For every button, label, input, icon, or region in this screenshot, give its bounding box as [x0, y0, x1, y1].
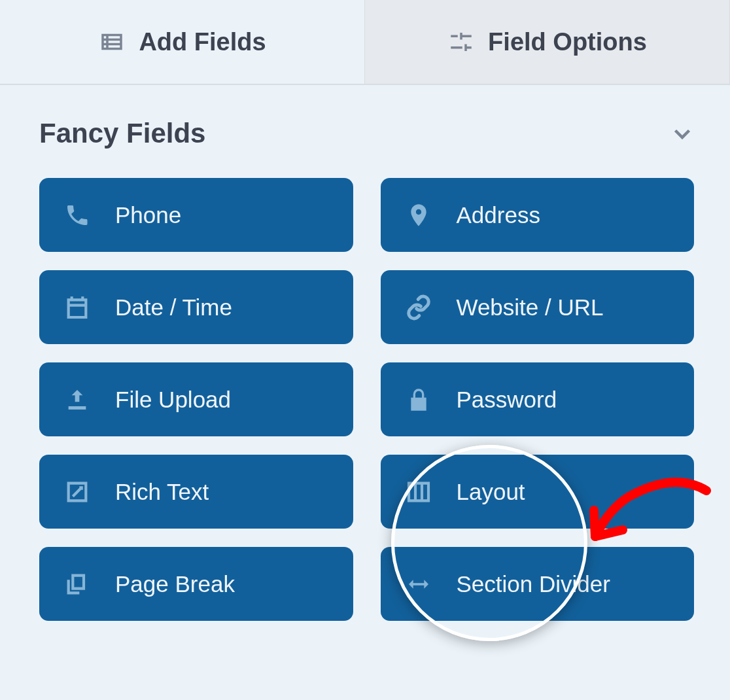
tab-add-fields-label: Add Fields — [139, 28, 266, 56]
phone-icon — [64, 202, 90, 228]
columns-icon — [406, 479, 432, 505]
field-button-date-time[interactable]: Date / Time — [39, 270, 353, 344]
tab-field-options[interactable]: Field Options — [365, 0, 730, 84]
pin-icon — [406, 202, 432, 228]
field-button-layout[interactable]: Layout — [381, 455, 695, 529]
field-label: Page Break — [115, 571, 235, 597]
field-button-address[interactable]: Address — [381, 178, 695, 252]
field-button-phone[interactable]: Phone — [39, 178, 353, 252]
field-label: Layout — [457, 479, 525, 505]
tab-field-options-label: Field Options — [488, 28, 647, 56]
field-button-file-upload[interactable]: File Upload — [39, 362, 353, 436]
list-icon — [98, 28, 126, 56]
tabs: Add Fields Field Options — [0, 0, 730, 85]
sliders-icon — [447, 28, 475, 56]
copy-icon — [64, 571, 90, 597]
field-button-rich-text[interactable]: Rich Text — [39, 455, 353, 529]
lock-icon — [406, 387, 432, 413]
chevron-down-icon — [670, 122, 694, 145]
section-fancy-fields: Fancy Fields Phone Address Date / Time W… — [0, 85, 730, 621]
field-label: Date / Time — [115, 294, 232, 321]
field-label: File Upload — [115, 387, 231, 413]
field-label: Section Divider — [457, 571, 610, 597]
field-button-page-break[interactable]: Page Break — [39, 547, 353, 621]
edit-icon — [64, 479, 90, 505]
section-title: Fancy Fields — [39, 118, 205, 149]
fields-grid: Phone Address Date / Time Website / URL … — [39, 178, 694, 621]
field-button-website-url[interactable]: Website / URL — [381, 270, 695, 344]
field-label: Rich Text — [115, 479, 209, 505]
field-label: Password — [457, 387, 557, 413]
field-label: Phone — [115, 202, 181, 228]
calendar-icon — [64, 294, 90, 321]
arrows-h-icon — [406, 571, 432, 597]
section-header[interactable]: Fancy Fields — [39, 118, 694, 149]
field-button-section-divider[interactable]: Section Divider — [381, 547, 695, 621]
upload-icon — [64, 387, 90, 413]
field-label: Address — [457, 202, 540, 228]
field-button-password[interactable]: Password — [381, 362, 695, 436]
link-icon — [406, 294, 432, 321]
field-label: Website / URL — [457, 294, 604, 321]
tab-add-fields[interactable]: Add Fields — [0, 0, 365, 84]
